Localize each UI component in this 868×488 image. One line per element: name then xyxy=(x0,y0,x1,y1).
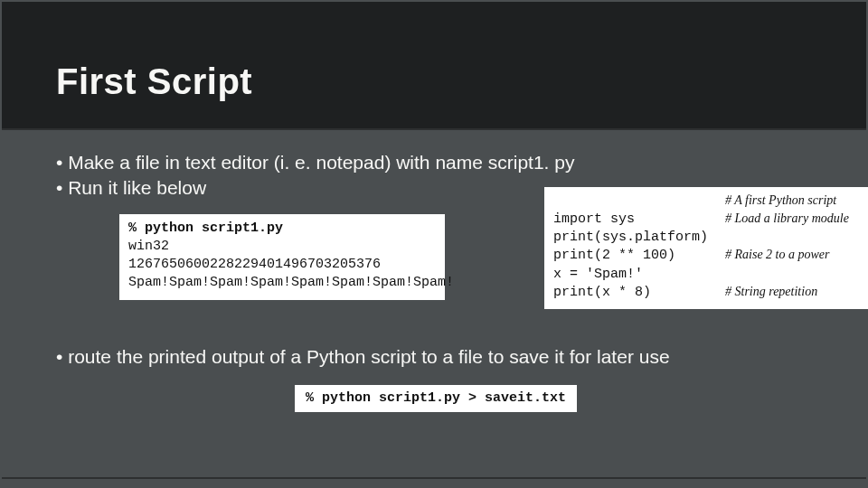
terminal-route-cmd: % python script1.py > saveit.txt xyxy=(295,385,577,412)
terminal-output-line: Spam!Spam!Spam!Spam!Spam!Spam!Spam!Spam! xyxy=(128,274,436,292)
slide-content: Make a file in text editor (i. e. notepa… xyxy=(56,150,816,412)
terminal-output-line: 1267650600228229401496703205376 xyxy=(128,256,436,274)
terminal-output-box: % python script1.py win32 12676506002282… xyxy=(119,214,445,300)
code-text: print(x * 8) xyxy=(553,284,725,302)
code-text: print(sys.platform) xyxy=(553,229,725,247)
script-line: # A first Python script xyxy=(553,192,868,211)
code-text: x = 'Spam!' xyxy=(553,266,725,284)
script-line: print(2 ** 100)# Raise 2 to a power xyxy=(553,247,868,265)
bullet-item: route the printed output of a Python scr… xyxy=(56,344,816,370)
terminal-cmd: % python script1.py xyxy=(128,220,436,238)
code-text: print(2 ** 100) xyxy=(553,247,725,265)
script-line: print(sys.platform) xyxy=(553,229,868,247)
bullet-list-bottom: route the printed output of a Python scr… xyxy=(56,344,816,370)
code-snippets-row: % python script1.py win32 12676506002282… xyxy=(56,214,816,332)
code-text: import sys xyxy=(553,211,725,229)
slide: First Script Make a file in text editor … xyxy=(0,0,868,488)
terminal-output-line: win32 xyxy=(128,238,436,256)
bottom-divider xyxy=(2,477,866,479)
script-line: import sys# Load a library module xyxy=(553,211,868,229)
script-line: print(x * 8)# String repetition xyxy=(553,284,868,302)
code-comment: # A first Python script xyxy=(725,192,868,210)
title-band: First Script xyxy=(2,2,866,130)
slide-title: First Script xyxy=(56,61,252,102)
code-comment: # Raise 2 to a power xyxy=(725,247,868,264)
script-source-box: # A first Python script import sys# Load… xyxy=(544,187,868,310)
route-command-wrap: % python script1.py > saveit.txt xyxy=(56,382,816,412)
script-line: x = 'Spam!' xyxy=(553,266,868,284)
bullet-item: Make a file in text editor (i. e. notepa… xyxy=(56,150,816,175)
code-comment: # String repetition xyxy=(725,284,868,301)
code-comment: # Load a library module xyxy=(725,211,868,228)
